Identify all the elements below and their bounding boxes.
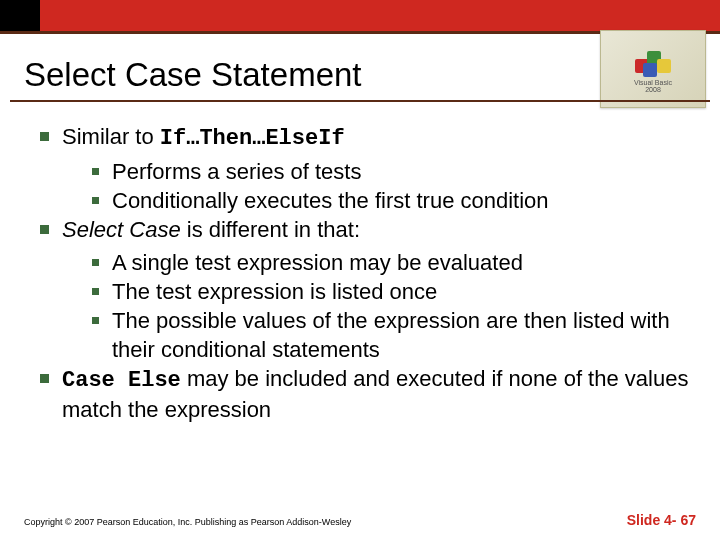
logo-text-2: 2008 — [645, 86, 661, 93]
bullet-2-ital: Select Case — [62, 217, 181, 242]
copyright-text: Copyright © 2007 Pearson Education, Inc.… — [24, 517, 351, 527]
blocks-icon — [633, 45, 673, 75]
bullet-3: Case Else may be included and executed i… — [36, 364, 700, 424]
slide-body: Similar to If…Then…ElseIf Performs a ser… — [36, 122, 700, 428]
bullet-1b: Conditionally executes the first true co… — [36, 186, 700, 215]
header-bar — [0, 0, 720, 34]
bullet-3-code: Case Else — [62, 368, 181, 393]
bullet-2b: The test expression is listed once — [36, 277, 700, 306]
book-cover-thumbnail: Visual Basic 2008 — [600, 30, 706, 108]
bullet-2a: A single test expression may be evaluate… — [36, 248, 700, 277]
logo-text-1: Visual Basic — [634, 79, 672, 86]
slide-number: Slide 4- 67 — [627, 512, 696, 528]
bullet-2: Select Case is different in that: — [36, 215, 700, 244]
slide-title: Select Case Statement — [24, 56, 362, 94]
bullet-2c: The possible values of the expression ar… — [36, 306, 700, 364]
bullet-1a: Performs a series of tests — [36, 157, 700, 186]
footer: Copyright © 2007 Pearson Education, Inc.… — [24, 512, 696, 528]
title-rule — [10, 100, 710, 102]
bullet-2-text: is different in that: — [181, 217, 360, 242]
bullet-1: Similar to If…Then…ElseIf — [36, 122, 700, 153]
bullet-1-text: Similar to — [62, 124, 160, 149]
bullet-1-code: If…Then…ElseIf — [160, 126, 345, 151]
